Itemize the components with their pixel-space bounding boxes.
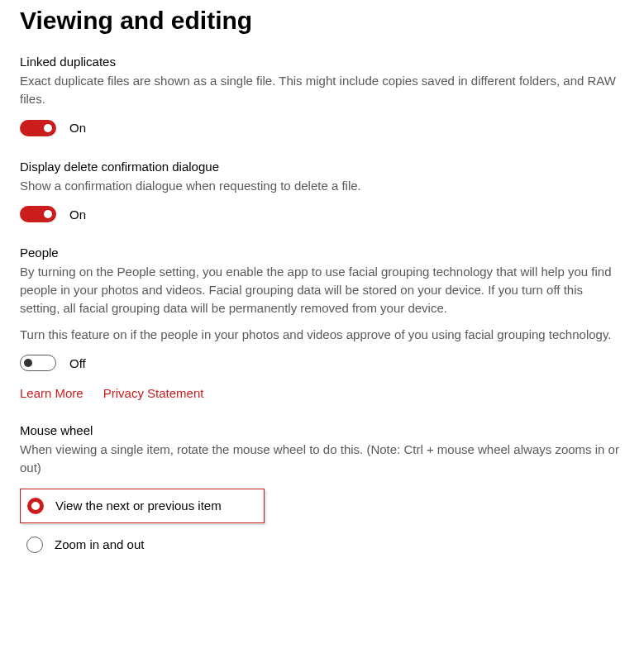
mouse-wheel-title: Mouse wheel [20,423,624,437]
radio-selected-icon[interactable] [27,498,44,514]
radio-label-zoom: Zoom in and out [55,537,144,551]
toggle-knob-icon [44,210,52,218]
mouse-wheel-radio-group: View the next or previous item Zoom in a… [20,489,624,558]
delete-confirmation-toggle-label: On [69,207,86,222]
learn-more-link[interactable]: Learn More [20,386,83,400]
section-people: People By turning on the People setting,… [20,246,624,400]
radio-row-zoom[interactable]: Zoom in and out [20,532,624,558]
radio-unselected-icon[interactable] [26,537,43,553]
toggle-knob-icon [44,124,52,132]
section-delete-confirmation: Display delete confirmation dialogue Sho… [20,160,624,223]
people-description-2: Turn this feature on if the people in yo… [20,326,624,344]
delete-confirmation-toggle-row: On [20,206,624,222]
privacy-statement-link[interactable]: Privacy Statement [103,386,204,400]
people-toggle-row: Off [20,355,624,371]
section-linked-duplicates: Linked duplicates Exact duplicate files … [20,55,624,136]
people-title: People [20,246,624,260]
section-mouse-wheel: Mouse wheel When viewing a single item, … [20,423,624,558]
delete-confirmation-toggle[interactable] [20,206,56,222]
linked-duplicates-toggle-label: On [69,121,86,135]
page-title: Viewing and editing [20,7,624,35]
linked-duplicates-toggle[interactable] [20,120,56,136]
linked-duplicates-description: Exact duplicate files are shown as a sin… [20,72,624,108]
people-description-1: By turning on the People setting, you en… [20,265,612,315]
linked-duplicates-toggle-row: On [20,120,624,136]
linked-duplicates-title: Linked duplicates [20,55,624,69]
delete-confirmation-description: Show a confirmation dialogue when reques… [20,177,624,195]
radio-row-view-next-previous[interactable]: View the next or previous item [20,489,265,523]
people-toggle-label: Off [69,356,86,370]
people-toggle[interactable] [20,355,56,371]
people-description: By turning on the People setting, you en… [20,263,624,343]
radio-label-view-next-previous: View the next or previous item [55,498,222,513]
mouse-wheel-description: When viewing a single item, rotate the m… [20,441,624,477]
delete-confirmation-title: Display delete confirmation dialogue [20,160,624,174]
people-links: Learn More Privacy Statement [20,386,624,400]
toggle-knob-icon [24,359,32,367]
